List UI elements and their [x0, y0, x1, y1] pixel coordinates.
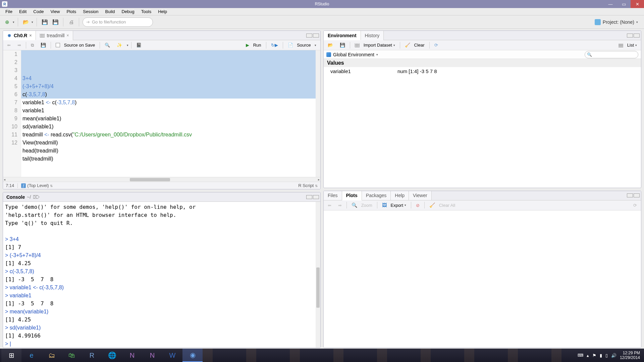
global-env-selector[interactable]: Global Environment▾ 🔍: [324, 50, 641, 59]
console-output[interactable]: Type 'demo()' for some demos, 'help()' f…: [3, 202, 320, 348]
pane-minimize-icon[interactable]: [627, 193, 633, 197]
zoom-button[interactable]: 🔍 Zoom: [350, 202, 374, 208]
taskbar-explorer[interactable]: 🗂: [42, 349, 62, 362]
flag-icon[interactable]: ⚑: [592, 353, 596, 358]
taskbar-onenote[interactable]: N: [122, 349, 142, 362]
editor-hscroll[interactable]: ◂▸: [3, 177, 320, 182]
chevron-up-icon[interactable]: ▴: [587, 353, 589, 358]
close-tab-icon[interactable]: ×: [66, 33, 69, 38]
console-pane: Console ~/ ⌦ Type 'demo()' for some demo…: [3, 192, 321, 348]
save-workspace-icon[interactable]: 💾: [338, 42, 347, 48]
pane-minimize-icon[interactable]: [306, 34, 312, 38]
save-all-icon[interactable]: 💾: [51, 18, 60, 26]
pane-maximize-icon[interactable]: [634, 34, 640, 38]
plots-pane: FilesPlotsPackagesHelpViewer ⬅ ➡ 🔍 Zoom …: [323, 191, 641, 348]
env-view-list[interactable]: List▾: [616, 42, 639, 48]
pane-maximize-icon[interactable]: [634, 193, 640, 197]
source-on-save-checkbox[interactable]: Source on Save: [54, 42, 97, 48]
tab-packages[interactable]: Packages: [362, 191, 391, 200]
maximize-button[interactable]: ▭: [617, 0, 631, 8]
console-interrupt-icon[interactable]: ⌦: [33, 194, 40, 200]
popout-icon[interactable]: ⧉: [29, 42, 36, 49]
wand-icon[interactable]: ✨: [115, 42, 124, 48]
tab-plots[interactable]: Plots: [342, 191, 362, 200]
new-file-icon[interactable]: ⊕: [3, 18, 11, 26]
refresh-plots-icon[interactable]: ⟳: [631, 202, 639, 208]
menu-file[interactable]: File: [2, 8, 16, 15]
nav-fwd-icon[interactable]: ➡: [15, 42, 23, 48]
save-source-icon[interactable]: 💾: [39, 42, 48, 48]
tab-help[interactable]: Help: [391, 191, 409, 200]
tab-history[interactable]: History: [361, 31, 384, 40]
goto-file-input[interactable]: ➔ Go to file/function: [83, 17, 153, 27]
project-icon: [595, 19, 601, 25]
tab-treadmill[interactable]: treadmill ×: [36, 31, 73, 40]
print-icon[interactable]: 🖨: [67, 18, 75, 26]
source-button[interactable]: 📄 Source ▾: [286, 42, 318, 48]
import-dataset-button[interactable]: Import Dataset▾: [353, 42, 397, 48]
tab-files[interactable]: Files: [324, 191, 342, 200]
save-icon[interactable]: 💾: [40, 18, 49, 26]
keyboard-icon[interactable]: ⌨: [578, 353, 583, 358]
tab-viewer[interactable]: Viewer: [409, 191, 432, 200]
remove-plot-icon[interactable]: ⊘: [414, 202, 422, 208]
console-tab: Console: [6, 194, 25, 200]
run-button[interactable]: ▶ Run: [244, 42, 263, 48]
tab-ch0r[interactable]: ◉ Ch0.R ×: [3, 31, 36, 40]
plot-next-icon[interactable]: ➡: [336, 202, 344, 208]
clear-all-plots-button[interactable]: 🧹 Clear All: [427, 202, 457, 208]
console-path: ~/: [27, 194, 31, 200]
notebook-icon[interactable]: 📓: [134, 42, 144, 48]
close-tab-icon[interactable]: ×: [29, 33, 32, 38]
rstudio-logo-icon: R: [2, 1, 7, 7]
menu-code[interactable]: Code: [30, 8, 47, 15]
menu-plots[interactable]: Plots: [63, 8, 79, 15]
start-button[interactable]: ⊞: [1, 349, 21, 362]
filetype-selector[interactable]: R Script ⇅: [298, 183, 318, 188]
console-vscroll[interactable]: [316, 202, 320, 348]
menu-debug[interactable]: Debug: [118, 8, 138, 15]
project-selector[interactable]: Project: (None) ▾: [595, 19, 641, 25]
menu-session[interactable]: Session: [79, 8, 102, 15]
rerun-icon[interactable]: ↻▶: [269, 42, 280, 48]
find-icon[interactable]: 🔍: [103, 42, 112, 48]
taskbar-rstudio[interactable]: ◉: [182, 349, 203, 362]
taskbar-onenote2[interactable]: N: [142, 349, 162, 362]
open-file-icon[interactable]: 📂: [21, 18, 30, 26]
broom-icon: 🧹: [405, 43, 410, 48]
network-icon[interactable]: ▮: [600, 353, 602, 358]
menu-build[interactable]: Build: [102, 8, 118, 15]
source-pane: ◉ Ch0.R × treadmill × ⬅ ➡ ⧉: [3, 31, 321, 189]
tab-environment[interactable]: Environment: [324, 31, 361, 40]
code-editor[interactable]: 123456789101112 3+4 (-3+5+7+8)/4 c(-3,5,…: [3, 50, 320, 177]
menu-view[interactable]: View: [47, 8, 63, 15]
taskbar-r[interactable]: R: [82, 349, 102, 362]
close-button[interactable]: ✕: [631, 0, 644, 8]
load-workspace-icon[interactable]: 📂: [326, 42, 335, 48]
minimize-button[interactable]: —: [604, 0, 617, 8]
pane-maximize-icon[interactable]: [313, 195, 319, 199]
menu-edit[interactable]: Edit: [16, 8, 30, 15]
env-search-input[interactable]: 🔍: [585, 51, 638, 58]
battery-icon[interactable]: ▯: [605, 353, 608, 358]
taskbar-chrome[interactable]: 🌐: [102, 349, 122, 362]
scope-selector[interactable]: ƒ(Top Level) ⇅: [21, 183, 53, 188]
pane-minimize-icon[interactable]: [627, 34, 633, 38]
pane-minimize-icon[interactable]: [306, 195, 312, 199]
taskbar-store[interactable]: 🛍: [62, 349, 82, 362]
menu-tools[interactable]: Tools: [138, 8, 155, 15]
clear-env-button[interactable]: 🧹 Clear: [403, 42, 427, 48]
menu-help[interactable]: Help: [155, 8, 170, 15]
system-tray[interactable]: ⌨ ▴ ⚑ ▮ ▯ 🔊 12:29 PM 12/29/2014: [578, 351, 643, 360]
plot-prev-icon[interactable]: ⬅: [326, 202, 333, 208]
taskbar-ie[interactable]: e: [21, 349, 42, 362]
pane-maximize-icon[interactable]: [313, 34, 319, 38]
refresh-env-icon[interactable]: ⟳: [432, 42, 440, 48]
tray-clock[interactable]: 12:29 PM 12/29/2014: [620, 351, 640, 360]
volume-icon[interactable]: 🔊: [611, 353, 616, 358]
env-row[interactable]: variable1num [1:4] -3 5 7 8: [324, 67, 641, 75]
env-section-values: Values: [324, 59, 641, 67]
nav-back-icon[interactable]: ⬅: [5, 42, 13, 48]
export-button[interactable]: 🖼 Export▾: [380, 202, 408, 208]
taskbar-word[interactable]: W: [162, 349, 182, 362]
